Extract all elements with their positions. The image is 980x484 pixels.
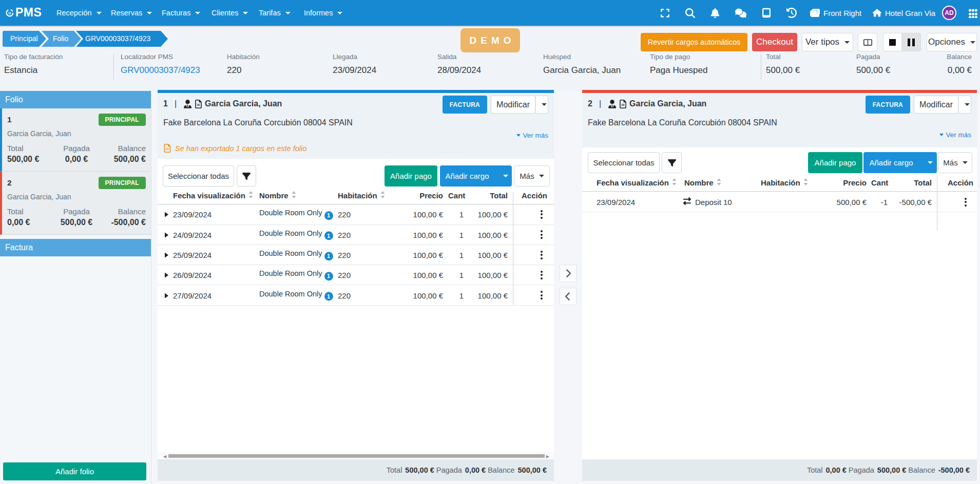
- svg-text:U: U: [8, 10, 11, 15]
